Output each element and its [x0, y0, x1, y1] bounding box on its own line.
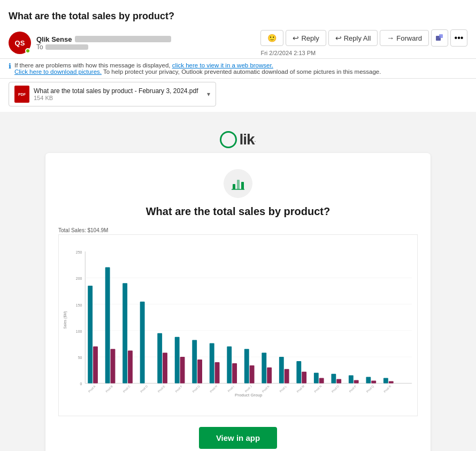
svg-text:Prod R: Prod R [383, 385, 391, 393]
svg-text:50: 50 [78, 356, 82, 360]
svg-rect-49 [354, 380, 359, 383]
svg-rect-37 [250, 365, 255, 384]
chart-container: 0 50 100 150 200 250 Sales ($M) [58, 234, 418, 416]
svg-rect-45 [319, 378, 324, 384]
svg-rect-47 [336, 379, 341, 384]
reply-all-icon: ↩ [335, 34, 342, 42]
svg-rect-22 [111, 349, 116, 383]
bar-chart-icon [230, 175, 246, 192]
svg-rect-41 [285, 369, 289, 384]
svg-rect-25 [140, 302, 145, 384]
svg-rect-52 [383, 378, 388, 384]
svg-rect-23 [122, 283, 127, 383]
svg-text:Prod G: Prod G [192, 385, 201, 393]
sender-left: QS Qlik Sense To [9, 32, 171, 54]
svg-rect-31 [197, 360, 202, 383]
attachment-name: What are the total sales by product - Fe… [34, 87, 198, 95]
svg-rect-34 [227, 346, 232, 383]
svg-text:Prod K: Prod K [262, 385, 270, 393]
card-title: What are the total sales by product? [56, 205, 420, 218]
sender-info: Qlik Sense To [36, 35, 171, 51]
email-body: lik . What are the total sales by produc… [0, 112, 476, 451]
svg-rect-50 [366, 377, 371, 384]
svg-text:Prod L: Prod L [279, 385, 288, 393]
to-address-blur [45, 44, 88, 50]
svg-rect-39 [267, 368, 272, 384]
svg-text:250: 250 [76, 250, 82, 254]
teams-button[interactable] [431, 29, 448, 47]
svg-rect-40 [279, 357, 284, 383]
svg-rect-35 [232, 363, 237, 383]
card: What are the total sales by product? Tot… [45, 153, 431, 451]
svg-rect-21 [105, 267, 110, 384]
svg-rect-48 [349, 376, 354, 384]
sender-to: To [36, 43, 171, 51]
chart-total-label: Total Sales: $104.9M [58, 227, 418, 233]
download-pictures-link[interactable]: Click here to download pictures. [14, 68, 102, 75]
header-right: 🙂 ↩ Reply ↩ Reply All → Forward [260, 29, 467, 56]
svg-text:0: 0 [80, 382, 82, 386]
svg-text:Prod P: Prod P [348, 385, 357, 393]
svg-rect-36 [244, 349, 249, 383]
qlik-logo-text: lik [239, 131, 254, 148]
svg-rect-53 [389, 381, 394, 383]
svg-rect-43 [302, 372, 306, 384]
sender-row: QS Qlik Sense To 🙂 ↩ [9, 26, 467, 58]
reply-all-label: Reply All [344, 34, 371, 42]
more-options-button[interactable]: ••• [450, 29, 467, 47]
sender-name: Qlik Sense [36, 35, 72, 43]
svg-text:Prod D: Prod D [140, 385, 148, 393]
view-btn-row: View in app [56, 427, 420, 449]
teams-icon [435, 33, 444, 43]
svg-text:Prod M: Prod M [296, 384, 305, 393]
emoji-button[interactable]: 🙂 [260, 30, 283, 46]
attachment-area: PDF What are the total sales by product … [0, 79, 476, 112]
svg-rect-26 [157, 333, 162, 384]
attachment-info: What are the total sales by product - Fe… [34, 87, 198, 101]
svg-text:100: 100 [76, 330, 82, 333]
svg-text:Prod C: Prod C [122, 385, 131, 393]
svg-rect-28 [175, 337, 180, 384]
svg-rect-1 [439, 34, 443, 38]
svg-text:Prod J: Prod J [244, 385, 253, 393]
svg-text:Prod I: Prod I [227, 385, 235, 393]
reply-all-button[interactable]: ↩ Reply All [328, 30, 378, 46]
bar-chart-svg: 0 50 100 150 200 250 Sales ($M) [59, 235, 417, 416]
avatar: QS [9, 32, 31, 54]
email-subject: What are the total sales by product? [9, 5, 467, 26]
chart-wrapper: Total Sales: $104.9M 0 50 100 150 200 25… [56, 227, 420, 416]
ellipsis-icon: ••• [455, 33, 464, 43]
forward-label: Forward [396, 34, 422, 42]
info-bar: ℹ If there are problems with how this me… [0, 59, 476, 79]
svg-rect-24 [128, 350, 133, 383]
svg-text:Sales ($M): Sales ($M) [63, 311, 67, 329]
svg-rect-2 [233, 184, 235, 189]
svg-text:Prod E: Prod E [157, 385, 166, 393]
card-chart-icon-area [56, 169, 420, 198]
info-text: If there are problems with how this mess… [14, 62, 381, 75]
reply-label: Reply [301, 34, 319, 42]
svg-rect-32 [210, 343, 214, 384]
attachment-chevron-icon: ▾ [207, 90, 210, 98]
email-header: What are the total sales by product? QS … [0, 0, 476, 59]
online-indicator [25, 48, 30, 53]
sender-name-row: Qlik Sense [36, 35, 171, 43]
view-in-app-button[interactable]: View in app [199, 427, 277, 449]
info-icon: ℹ [9, 62, 11, 70]
reply-button[interactable]: ↩ Reply [286, 30, 326, 46]
svg-rect-27 [163, 353, 167, 383]
svg-rect-51 [371, 380, 376, 383]
svg-text:Prod N: Prod N [313, 385, 322, 393]
svg-rect-42 [296, 361, 301, 383]
sender-email-blur [75, 36, 171, 42]
attachment-size: 154 KB [34, 95, 198, 101]
svg-rect-46 [331, 374, 336, 384]
attachment-item[interactable]: PDF What are the total sales by product … [9, 82, 216, 106]
svg-text:Product Group: Product Group [235, 393, 263, 398]
view-in-browser-link[interactable]: click here to view it in a web browser. [172, 62, 273, 68]
forward-button[interactable]: → Forward [380, 30, 429, 46]
svg-rect-3 [237, 180, 240, 189]
qlik-logo: lik . [220, 131, 256, 148]
svg-text:Prod H: Prod H [209, 385, 218, 393]
reply-icon: ↩ [293, 34, 299, 42]
